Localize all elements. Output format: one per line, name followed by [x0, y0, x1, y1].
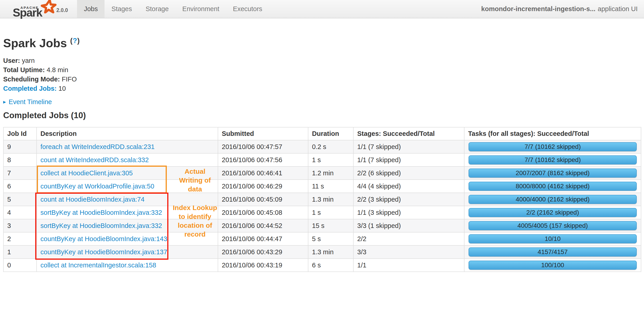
job-description-cell: collect at HoodieClient.java:305: [36, 166, 218, 180]
help-question-icon[interactable]: ?: [73, 37, 77, 45]
table-row: 8 count at WriteIndexedRDD.scala:332 201…: [4, 153, 641, 166]
tab-storage[interactable]: Storage: [139, 0, 176, 18]
tasks-progress-label: 4000/4000 (2162 skipped): [469, 195, 636, 203]
page-title: Spark Jobs (?): [3, 34, 641, 50]
top-navbar: APACHE Spark 2.0.0 Jobs Stages Storage E…: [0, 0, 644, 18]
job-tasks-cell: 4157/4157: [464, 245, 641, 259]
job-description-link[interactable]: foreach at WriteIndexedRDD.scala:231: [40, 143, 154, 150]
spark-logo: APACHE Spark: [13, 0, 54, 16]
job-id-cell: 5: [4, 193, 36, 206]
job-tasks-cell: 100/100: [464, 259, 641, 272]
application-name: komondor-incremental-ingestion-s... appl…: [481, 0, 638, 18]
job-description-link[interactable]: sortByKey at HoodieBloomIndex.java:332: [40, 209, 162, 216]
job-description-link[interactable]: countByKey at HoodieBloomIndex.java:137: [40, 248, 167, 256]
table-row: 5 count at HoodieBloomIndex.java:74 2016…: [4, 193, 641, 206]
col-description[interactable]: Description: [36, 127, 218, 140]
summary-scheduling-mode: Scheduling Mode: FIFO: [3, 75, 641, 84]
col-submitted[interactable]: Submitted: [218, 127, 308, 140]
summary-user: User: yarn: [3, 56, 641, 65]
job-description-cell: foreach at WriteIndexedRDD.scala:231: [36, 140, 218, 153]
table-row: 1 countByKey at HoodieBloomIndex.java:13…: [4, 245, 641, 259]
job-id-cell: 9: [4, 140, 36, 153]
job-submitted-cell: 2016/10/06 00:45:09: [218, 193, 308, 206]
tab-jobs[interactable]: Jobs: [77, 0, 104, 18]
job-duration-cell: 15 s: [308, 219, 353, 232]
summary-completed-jobs: Completed Jobs: 10: [3, 84, 641, 93]
job-tasks-cell: 4000/4000 (2162 skipped): [464, 193, 641, 206]
job-submitted-cell: 2016/10/06 00:45:08: [218, 206, 308, 219]
job-description-link[interactable]: collect at HoodieClient.java:305: [40, 169, 133, 177]
col-tasks[interactable]: Tasks (for all stages): Succeeded/Total: [464, 127, 641, 140]
job-description-link[interactable]: collect at IncrementalIngestor.scala:158: [40, 262, 156, 269]
table-row: 6 countByKey at WorkloadProfile.java:50 …: [4, 180, 641, 193]
table-row: 4 sortByKey at HoodieBloomIndex.java:332…: [4, 206, 641, 219]
col-job-id[interactable]: Job Id: [4, 127, 36, 140]
tasks-progress-label: 8000/8000 (4162 skipped): [469, 182, 636, 190]
spark-version: 2.0.0: [56, 7, 68, 16]
tasks-progress-bar: 100/100: [468, 261, 637, 270]
event-timeline-label: Event Timeline: [9, 98, 52, 106]
job-submitted-cell: 2016/10/06 00:46:29: [218, 180, 308, 193]
job-id-cell: 2: [4, 232, 36, 245]
table-row: 7 collect at HoodieClient.java:305 2016/…: [4, 166, 641, 180]
tasks-progress-bar: 2007/2007 (8162 skipped): [468, 168, 637, 178]
tasks-progress-bar: 7/7 (10162 skipped): [468, 155, 637, 164]
job-summary-list: User: yarn Total Uptime: 4.8 min Schedul…: [3, 56, 641, 93]
nav-tabs: Jobs Stages Storage Environment Executor…: [77, 0, 269, 18]
job-description-link[interactable]: count at HoodieBloomIndex.java:74: [40, 196, 144, 203]
event-timeline-toggle[interactable]: ▸Event Timeline: [3, 98, 641, 106]
expand-arrow-icon: ▸: [3, 99, 6, 105]
job-stages-cell: 1/1 (3 skipped): [353, 206, 464, 219]
job-submitted-cell: 2016/10/06 00:43:19: [218, 259, 308, 272]
job-description-link[interactable]: countByKey at HoodieBloomIndex.java:143: [40, 235, 167, 242]
tasks-progress-label: 7/7 (10162 skipped): [469, 143, 636, 151]
tasks-progress-bar: 10/10: [468, 234, 637, 243]
tasks-progress-bar: 8000/8000 (4162 skipped): [468, 182, 637, 191]
job-duration-cell: 1 s: [308, 153, 353, 166]
application-ui-suffix: application UI: [598, 5, 638, 13]
job-duration-cell: 1.3 min: [308, 245, 353, 259]
job-description-cell: count at HoodieBloomIndex.java:74: [36, 193, 218, 206]
tasks-progress-label: 4157/4157: [469, 248, 636, 256]
tab-executors[interactable]: Executors: [226, 0, 269, 18]
job-description-link[interactable]: count at WriteIndexedRDD.scala:332: [40, 156, 149, 163]
job-tasks-cell: 7/7 (10162 skipped): [464, 153, 641, 166]
tasks-progress-label: 10/10: [469, 235, 636, 243]
tasks-progress-bar: 4157/4157: [468, 247, 637, 257]
tab-environment[interactable]: Environment: [176, 0, 226, 18]
col-stages[interactable]: Stages: Succeeded/Total: [353, 127, 464, 140]
job-stages-cell: 3/3 (1 skipped): [353, 219, 464, 232]
job-description-link[interactable]: countByKey at WorkloadProfile.java:50: [40, 183, 154, 190]
page-content: Spark Jobs (?) User: yarn Total Uptime: …: [0, 34, 644, 272]
job-stages-cell: 2/2 (6 skipped): [353, 166, 464, 180]
job-tasks-cell: 7/7 (10162 skipped): [464, 140, 641, 153]
job-id-cell: 6: [4, 180, 36, 193]
tab-stages[interactable]: Stages: [104, 0, 138, 18]
job-submitted-cell: 2016/10/06 00:47:57: [218, 140, 308, 153]
job-description-cell: countByKey at HoodieBloomIndex.java:143: [36, 232, 218, 245]
completed-jobs-link[interactable]: Completed Jobs:: [3, 85, 56, 92]
job-id-cell: 4: [4, 206, 36, 219]
table-row: 2 countByKey at HoodieBloomIndex.java:14…: [4, 232, 641, 245]
job-stages-cell: 3/3: [353, 245, 464, 259]
summary-uptime: Total Uptime: 4.8 min: [3, 65, 641, 75]
job-description-cell: count at WriteIndexedRDD.scala:332: [36, 153, 218, 166]
job-tasks-cell: 8000/8000 (4162 skipped): [464, 180, 641, 193]
job-duration-cell: 6 s: [308, 259, 353, 272]
job-description-cell: countByKey at WorkloadProfile.java:50: [36, 180, 218, 193]
tasks-progress-bar: 2/2 (2162 skipped): [468, 208, 637, 217]
job-submitted-cell: 2016/10/06 00:43:29: [218, 245, 308, 259]
job-stages-cell: 1/1 (7 skipped): [353, 153, 464, 166]
job-description-link[interactable]: sortByKey at HoodieBloomIndex.java:332: [40, 222, 162, 229]
job-tasks-cell: 10/10: [464, 232, 641, 245]
help-tooltip: (?): [70, 37, 80, 45]
job-tasks-cell: 4005/4005 (157 skipped): [464, 219, 641, 232]
job-stages-cell: 1/1: [353, 259, 464, 272]
spark-logo-text: Spark: [13, 6, 42, 19]
job-submitted-cell: 2016/10/06 00:44:52: [218, 219, 308, 232]
completed-jobs-table: Job Id Description Submitted Duration St…: [3, 127, 641, 272]
job-duration-cell: 5 s: [308, 232, 353, 245]
col-duration[interactable]: Duration: [308, 127, 353, 140]
job-id-cell: 7: [4, 166, 36, 180]
job-stages-cell: 2/2: [353, 232, 464, 245]
